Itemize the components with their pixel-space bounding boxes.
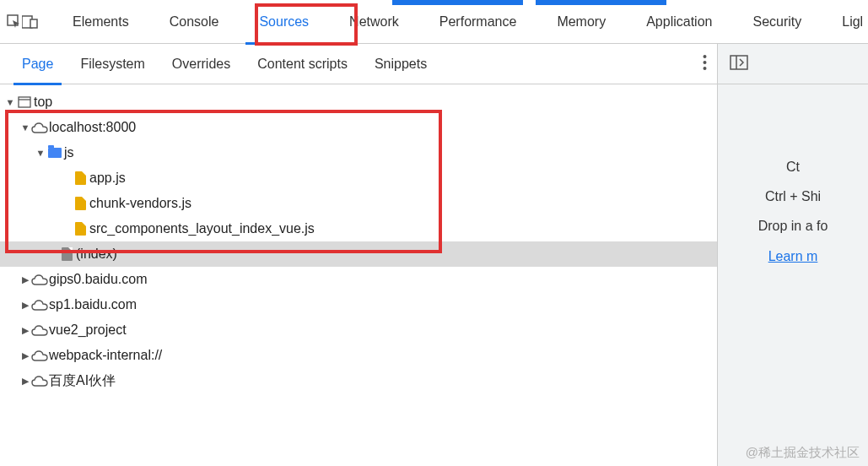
- cloud-icon: [30, 274, 49, 285]
- tab-network[interactable]: Network: [329, 0, 419, 44]
- cloud-icon: [30, 376, 49, 387]
- main-tabs: ElementsConsoleSourcesNetworkPerformance…: [0, 0, 868, 44]
- chevron-right-icon: ▶: [20, 325, 30, 336]
- tree-label: chunk-vendors.js: [89, 196, 191, 211]
- chevron-down-icon: ▼: [20, 122, 30, 133]
- tree-folder[interactable]: ▼ js: [0, 140, 717, 165]
- window-icon: [15, 96, 34, 108]
- chevron-down-icon: ▼: [35, 148, 46, 158]
- subtab-filesystem[interactable]: Filesystem: [67, 44, 158, 84]
- folder-icon: [46, 148, 64, 158]
- tab-memory[interactable]: Memory: [536, 0, 626, 44]
- watermark: @稀土掘金技术社区: [746, 445, 860, 461]
- file-icon: [71, 197, 89, 210]
- tree-origin[interactable]: ▶vue2_project: [0, 317, 717, 343]
- subtab-snippets[interactable]: Snippets: [361, 44, 440, 84]
- subtab-overrides[interactable]: Overrides: [159, 44, 244, 84]
- file-tree[interactable]: ▼ top ▼ localhost:8000 ▼ js app.jschunk-…: [0, 84, 717, 466]
- tree-label: src_components_layout_index_vue.js: [89, 221, 315, 236]
- tree-label: webpack-internal://: [49, 348, 162, 363]
- more-icon[interactable]: [703, 54, 707, 74]
- svg-rect-8: [19, 97, 30, 107]
- inspect-icon[interactable]: [7, 8, 22, 35]
- chevron-down-icon: ▼: [5, 97, 15, 107]
- svg-point-4: [704, 61, 707, 64]
- tab-console[interactable]: Console: [149, 0, 240, 44]
- tab-ligl[interactable]: Ligl: [822, 0, 868, 44]
- hint-text: Drop in a fo: [718, 211, 868, 241]
- hint-text: Ct: [718, 152, 868, 182]
- tree-label: 百度AI伙伴: [49, 372, 116, 390]
- tree-file[interactable]: chunk-vendors.js: [0, 191, 717, 216]
- tree-origin[interactable]: ▼ localhost:8000: [0, 115, 717, 140]
- chevron-right-icon: ▶: [20, 350, 30, 361]
- chevron-right-icon: ▶: [20, 274, 30, 285]
- chevron-right-icon: ▶: [20, 376, 30, 387]
- editor-placeholder: Ct Ctrl + Shi Drop in a fo Learn m: [717, 84, 868, 466]
- tree-origin[interactable]: ▶sp1.baidu.com: [0, 292, 717, 317]
- toggle-panel-icon[interactable]: [730, 55, 748, 73]
- svg-rect-2: [30, 19, 37, 28]
- tree-label: app.js: [89, 171, 126, 186]
- subtab-content-scripts[interactable]: Content scripts: [244, 44, 361, 84]
- tab-sources[interactable]: Sources: [239, 0, 329, 44]
- tree-label: gips0.baidu.com: [49, 272, 148, 287]
- file-icon: [71, 171, 89, 185]
- tree-file[interactable]: app.js: [0, 165, 717, 191]
- tree-file-selected[interactable]: (index): [0, 241, 717, 267]
- tree-file[interactable]: src_components_layout_index_vue.js: [0, 216, 717, 241]
- tree-label: (index): [76, 247, 117, 262]
- tab-performance[interactable]: Performance: [419, 0, 537, 44]
- device-icon[interactable]: [22, 8, 39, 35]
- tab-elements[interactable]: Elements: [52, 0, 149, 44]
- tab-application[interactable]: Application: [626, 0, 732, 44]
- svg-rect-6: [731, 56, 747, 69]
- tree-label: sp1.baidu.com: [49, 297, 137, 312]
- chevron-right-icon: ▶: [20, 300, 30, 311]
- tree-root[interactable]: ▼ top: [0, 89, 717, 115]
- cloud-icon: [30, 122, 49, 133]
- tree-origin[interactable]: ▶webpack-internal://: [0, 343, 717, 368]
- tree-origin[interactable]: ▶gips0.baidu.com: [0, 267, 717, 292]
- tree-origin[interactable]: ▶百度AI伙伴: [0, 368, 717, 393]
- tree-label: js: [64, 145, 74, 160]
- svg-point-3: [704, 55, 707, 58]
- subtab-page[interactable]: Page: [8, 44, 67, 84]
- tab-security[interactable]: Security: [732, 0, 822, 44]
- svg-point-5: [704, 67, 707, 70]
- hint-text: Ctrl + Shi: [718, 182, 868, 211]
- cloud-icon: [30, 325, 49, 336]
- tree-label: localhost:8000: [49, 120, 136, 135]
- sub-tabs: PageFilesystemOverridesContent scriptsSn…: [0, 44, 717, 84]
- cloud-icon: [30, 350, 49, 361]
- tree-label: vue2_project: [49, 322, 127, 338]
- file-icon: [71, 222, 89, 236]
- tree-label: top: [34, 95, 52, 110]
- learn-more-link[interactable]: Learn m: [718, 241, 868, 271]
- file-icon: [57, 247, 76, 261]
- cloud-icon: [30, 300, 49, 311]
